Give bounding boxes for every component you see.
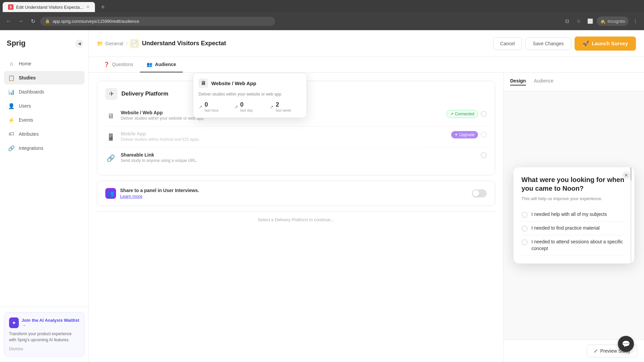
shareable-option-desc: Send study to anyone using a unique URL.: [121, 158, 476, 163]
popup-desc: Deliver studies within your website or w…: [199, 92, 301, 97]
delivery-option-shareable[interactable]: 🔗 Shareable Link Send study to anyone us…: [105, 147, 487, 168]
stat-day-label: last day: [240, 108, 253, 112]
sidebar-item-events[interactable]: ⚡ Events: [4, 113, 85, 127]
breadcrumb-general[interactable]: 📁 General: [97, 41, 123, 47]
tab-audience[interactable]: 👥 Audience: [140, 57, 183, 72]
extension-icon[interactable]: ⬜: [585, 16, 595, 26]
tab-favicon: S: [8, 4, 13, 10]
popup-title: Website / Web App: [211, 80, 256, 86]
stat-week-label: last week: [276, 108, 291, 112]
stat-hour-label: last hour: [205, 108, 219, 112]
mobile-option-badge: ✦ Upgrade: [451, 131, 487, 138]
stat-hour-icon: ↗: [199, 104, 203, 110]
survey-option-2[interactable]: I needed to find practice material: [522, 222, 626, 235]
breadcrumb: 📁 General / 📄 Understand Visitors Expect…: [97, 39, 488, 48]
sidebar-item-label-integrations: Integrations: [19, 145, 43, 151]
learn-more-link[interactable]: Learn more: [120, 194, 142, 199]
preview-tab-audience[interactable]: Audience: [534, 78, 553, 85]
content-area: ✈ Delivery Platform 🖥 Website / Web App …: [89, 73, 644, 362]
survey-modal-close-button[interactable]: ✕: [622, 171, 630, 179]
shareable-radio[interactable]: [481, 152, 487, 158]
questions-tab-icon: ❓: [104, 62, 109, 67]
sidebar-item-home[interactable]: ⌂ Home: [4, 57, 85, 70]
ai-dismiss-button[interactable]: Dismiss: [9, 347, 23, 351]
stat-week-value: 2: [276, 101, 291, 108]
stat-hour-value: 0: [205, 101, 219, 108]
chat-button[interactable]: 💬: [618, 336, 634, 352]
incognito-button[interactable]: 🕵 Incognito: [597, 16, 629, 26]
survey-option-text-1: I needed help with all of my subjects: [532, 211, 607, 218]
tab-navigation: ❓ Questions 👥 Audience: [89, 57, 644, 73]
app: Sprig ◀ ⌂ Home 📋 Studies 📊 Dashboards 👤 …: [0, 30, 644, 362]
right-preview-panel: Design Audience ✕ What were you looking …: [503, 73, 644, 362]
cast-icon[interactable]: ⊡: [562, 16, 572, 26]
website-option-badge: ↗ Connected: [446, 110, 487, 118]
sidebar-item-label-events: Events: [19, 117, 33, 123]
ai-card-link[interactable]: Join the AI Analysis Waitlist →: [21, 318, 79, 328]
attributes-icon: 🏷: [8, 131, 15, 137]
delivery-card-icon: ✈: [105, 88, 117, 100]
mobile-option-icon: 📱: [105, 132, 116, 142]
mobile-radio[interactable]: [481, 132, 487, 138]
launch-survey-button[interactable]: 🚀 Launch Survey: [575, 37, 636, 51]
delivery-option-mobile[interactable]: 📱 Mobile App Deliver studies within Andr…: [105, 126, 487, 147]
stat-hour-content: 0 last hour: [205, 101, 219, 112]
back-button[interactable]: ←: [4, 16, 13, 26]
website-radio[interactable]: [481, 111, 487, 117]
close-tab-icon[interactable]: ✕: [86, 5, 90, 9]
new-tab-button[interactable]: +: [96, 2, 110, 12]
sidebar-item-label-attributes: Attributes: [19, 131, 39, 137]
sidebar-item-dashboards[interactable]: 📊 Dashboards: [4, 85, 85, 99]
upgrade-label: Upgrade: [459, 132, 475, 137]
ui-header: 👥 Share to a panel in User Interviews. L…: [105, 188, 487, 199]
user-interviews-icon: 👥: [105, 188, 116, 199]
shareable-option-badge: [481, 152, 487, 158]
survey-radio-2[interactable]: [522, 226, 528, 232]
integrations-icon: 🔗: [8, 145, 15, 152]
sidebar-item-integrations[interactable]: 🔗 Integrations: [4, 141, 85, 155]
cancel-button[interactable]: Cancel: [493, 37, 522, 50]
user-interviews-panel: 👥 Share to a panel in User Interviews. L…: [97, 181, 495, 206]
forward-button[interactable]: →: [16, 16, 25, 26]
breadcrumb-survey-title: 📄 Understand Visitors Expectat: [130, 39, 226, 48]
user-interviews-toggle[interactable]: [472, 189, 487, 197]
home-icon: ⌂: [8, 60, 15, 67]
stat-last-day: ↗ 0 last day: [234, 101, 266, 112]
preview-expand-icon: ⤢: [594, 348, 598, 354]
browser-toolbar: ← → ↻ 🔒 app.sprig.com/surveys/115990/edi…: [0, 12, 644, 30]
studies-icon: 📋: [8, 74, 15, 81]
mobile-option-content: Mobile App Deliver studies within Androi…: [121, 131, 446, 142]
dropdown-popup-header: 🖥 Website / Web App: [199, 78, 301, 88]
survey-radio-3[interactable]: [522, 239, 528, 245]
preview-content: ✕ What were you looking for when you cam…: [503, 91, 644, 340]
address-bar[interactable]: 🔒 app.sprig.com/surveys/115990/edit/audi…: [40, 17, 275, 26]
active-tab[interactable]: S Edit Understand Visitors Expecta... ✕: [3, 2, 95, 12]
sidebar-item-label-home: Home: [19, 61, 31, 66]
browser-chrome: S Edit Understand Visitors Expecta... ✕ …: [0, 0, 644, 30]
sidebar-item-studies[interactable]: 📋 Studies: [4, 71, 85, 84]
stat-day-icon: ↗: [234, 104, 238, 110]
survey-option-1[interactable]: I needed help with all of my subjects: [522, 208, 626, 222]
tab-questions[interactable]: ❓ Questions: [97, 57, 140, 72]
events-icon: ⚡: [8, 117, 15, 123]
survey-radio-1[interactable]: [522, 212, 528, 218]
menu-icon[interactable]: ⋮: [631, 16, 640, 26]
preview-tab-design[interactable]: Design: [510, 78, 526, 85]
survey-option-3[interactable]: I needed to attend sessions about a spec…: [522, 235, 626, 255]
popup-icon: 🖥: [199, 78, 208, 88]
mobile-option-title: Mobile App: [121, 131, 446, 136]
bookmark-icon[interactable]: ☆: [574, 16, 583, 26]
breadcrumb-general-text: General: [105, 41, 123, 46]
shareable-option-content: Shareable Link Send study to anyone usin…: [121, 152, 476, 163]
sidebar-collapse-button[interactable]: ◀: [75, 40, 83, 48]
ai-card-title: Join the AI Analysis Waitlist →: [21, 318, 79, 328]
refresh-button[interactable]: ↻: [28, 16, 38, 26]
survey-icon: 📄: [130, 39, 139, 48]
sidebar-item-users[interactable]: 👤 Users: [4, 99, 85, 113]
stat-week-content: 2 last week: [276, 101, 291, 112]
connected-label: Connected: [455, 112, 474, 116]
sidebar-item-attributes[interactable]: 🏷 Attributes: [4, 127, 85, 141]
save-changes-button[interactable]: Save Changes: [525, 37, 572, 50]
incognito-icon: 🕵: [600, 19, 605, 24]
ai-card-icon: ✦: [9, 317, 19, 328]
